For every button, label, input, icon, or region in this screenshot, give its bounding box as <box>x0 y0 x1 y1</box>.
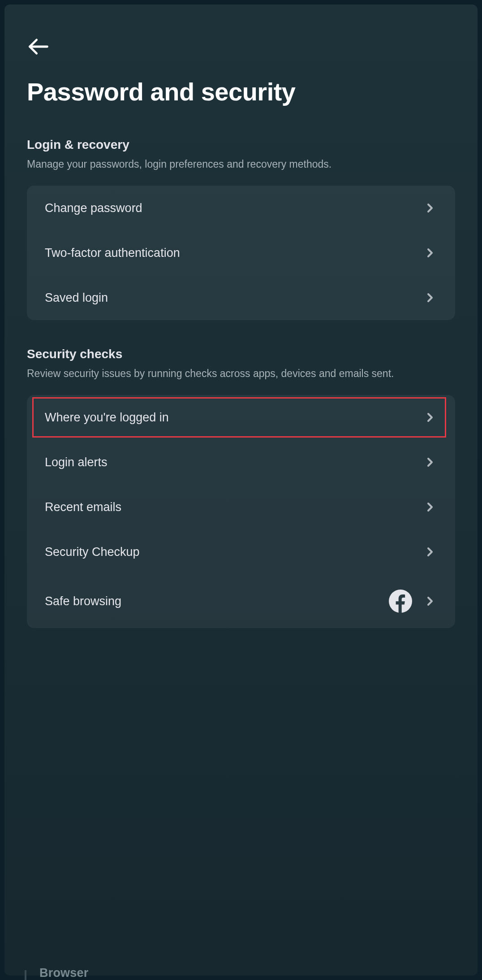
row-label: Security Checkup <box>45 545 140 559</box>
row-two-factor-authentication[interactable]: Two-factor authentication <box>27 230 455 275</box>
cutoff-text-fragment: Browser <box>39 966 88 980</box>
section-description: Review security issues by running checks… <box>27 367 455 381</box>
row-label: Two-factor authentication <box>45 246 180 260</box>
arrow-left-icon <box>27 35 50 60</box>
row-label: Recent emails <box>45 500 121 514</box>
settings-card: Where you're logged in Login alerts Rece… <box>27 395 455 628</box>
chevron-right-icon <box>423 455 437 469</box>
row-label: Safe browsing <box>45 594 121 608</box>
section-title: Login & recovery <box>27 138 455 152</box>
row-login-alerts[interactable]: Login alerts <box>27 440 455 485</box>
chevron-right-icon <box>423 545 437 559</box>
chevron-right-icon <box>423 246 437 260</box>
row-saved-login[interactable]: Saved login <box>27 275 455 320</box>
row-security-checkup[interactable]: Security Checkup <box>27 529 455 574</box>
back-button[interactable] <box>27 36 50 59</box>
row-safe-browsing[interactable]: Safe browsing <box>27 574 455 628</box>
row-label: Where you're logged in <box>45 411 169 425</box>
row-label: Change password <box>45 201 142 215</box>
row-label: Login alerts <box>45 455 108 469</box>
section-title: Security checks <box>27 347 455 361</box>
row-label: Saved login <box>45 291 108 305</box>
chevron-right-icon <box>423 201 437 215</box>
chevron-right-icon <box>423 410 437 425</box>
row-change-password[interactable]: Change password <box>27 186 455 230</box>
row-where-youre-logged-in[interactable]: Where you're logged in <box>27 395 455 440</box>
page-title: Password and security <box>27 77 455 106</box>
row-recent-emails[interactable]: Recent emails <box>27 485 455 529</box>
settings-modal: Password and security Login & recovery M… <box>4 4 478 976</box>
settings-card: Change password Two-factor authenticatio… <box>27 186 455 320</box>
chevron-right-icon <box>423 594 437 608</box>
facebook-icon <box>389 590 412 613</box>
section-login-recovery: Login & recovery Manage your passwords, … <box>27 138 455 320</box>
section-security-checks: Security checks Review security issues b… <box>27 347 455 628</box>
section-description: Manage your passwords, login preferences… <box>27 157 455 171</box>
chevron-right-icon <box>423 500 437 514</box>
tree-line-fragment <box>25 970 26 980</box>
chevron-right-icon <box>423 291 437 305</box>
